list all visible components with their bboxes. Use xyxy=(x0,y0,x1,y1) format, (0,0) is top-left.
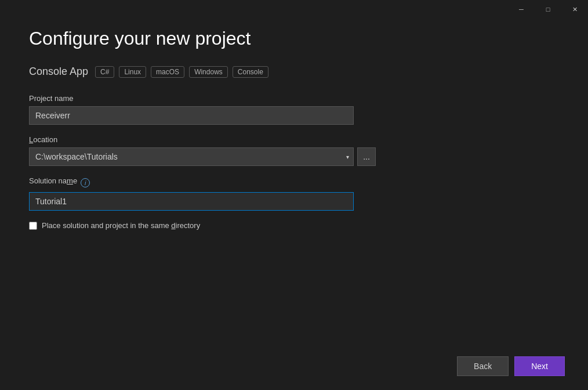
location-select-wrapper: C:\workspace\Tutorials ▾ xyxy=(29,147,354,166)
next-button[interactable]: Next xyxy=(514,356,565,376)
back-button[interactable]: Back xyxy=(457,356,509,376)
maximize-button[interactable]: □ xyxy=(535,0,561,19)
info-icon[interactable]: i xyxy=(81,178,90,187)
tag-csharp: C# xyxy=(95,66,114,78)
project-name-label: Project name xyxy=(29,94,559,103)
tag-console: Console xyxy=(233,66,268,78)
app-type-name: Console App xyxy=(29,66,88,78)
project-name-group: Project name xyxy=(29,94,559,125)
tag-macos: macOS xyxy=(151,66,184,78)
solution-name-group: Solution name i xyxy=(29,176,559,211)
close-button[interactable]: ✕ xyxy=(561,0,588,19)
browse-button[interactable]: ... xyxy=(357,147,376,166)
tag-linux: Linux xyxy=(119,66,146,78)
location-row: C:\workspace\Tutorials ▾ ... xyxy=(29,147,559,166)
location-label: Location xyxy=(29,135,559,144)
project-name-input[interactable] xyxy=(29,106,354,125)
page-title: Configure your new project xyxy=(29,28,559,49)
solution-label-row: Solution name i xyxy=(29,176,559,189)
title-bar: ─ □ ✕ xyxy=(508,0,588,19)
bottom-bar: Back Next xyxy=(457,356,565,376)
solution-name-input[interactable] xyxy=(29,192,354,211)
minimize-button[interactable]: ─ xyxy=(508,0,535,19)
location-group: Location C:\workspace\Tutorials ▾ ... xyxy=(29,135,559,166)
tag-windows: Windows xyxy=(189,66,228,78)
app-type-row: Console App C# Linux macOS Windows Conso… xyxy=(29,66,559,78)
same-directory-checkbox[interactable] xyxy=(29,222,37,230)
same-directory-label: Place solution and project in the same d… xyxy=(42,221,200,230)
solution-name-label: Solution name xyxy=(29,176,77,185)
checkbox-row: Place solution and project in the same d… xyxy=(29,221,559,230)
main-content: Configure your new project Console App C… xyxy=(0,0,588,230)
location-select[interactable]: C:\workspace\Tutorials xyxy=(29,147,354,166)
